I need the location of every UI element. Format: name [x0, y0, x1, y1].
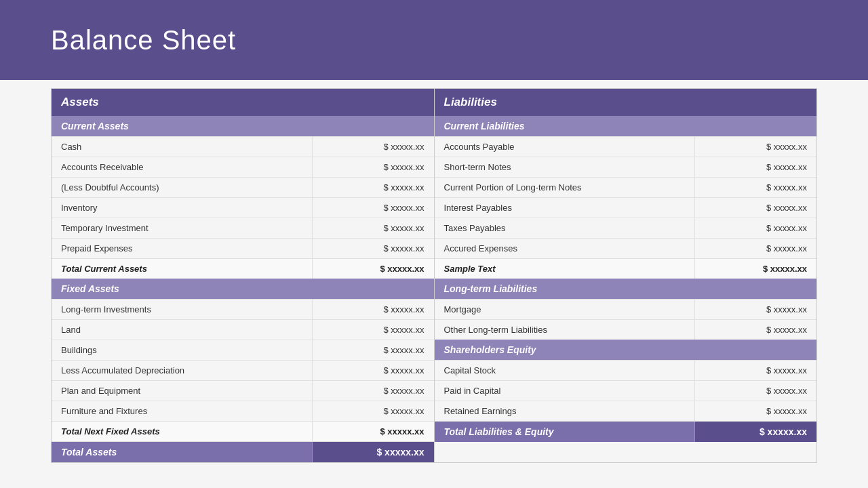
page-title: Balance Sheet [51, 25, 236, 56]
paid-in-capital-row: Paid in Capital $ xxxxx.xx [435, 380, 817, 401]
taxes-payables-label: Taxes Payables [435, 218, 695, 238]
plan-equipment-label: Plan and Equipment [52, 381, 312, 401]
liabilities-panel: Liabilities Current Liabilities Accounts… [435, 88, 818, 463]
cash-label: Cash [52, 137, 312, 157]
temporary-investment-value: $ xxxxx.xx [312, 218, 434, 238]
total-assets-label: Total Assets [52, 442, 312, 462]
plan-equipment-value: $ xxxxx.xx [312, 381, 434, 401]
cash-row: Cash $ xxxxx.xx [52, 136, 434, 157]
assets-panel: Assets Current Assets Cash $ xxxxx.xx Ac… [51, 88, 435, 463]
other-long-term-value: $ xxxxx.xx [694, 320, 816, 340]
current-liabilities-section-header: Current Liabilities [435, 116, 817, 136]
shareholders-equity-section-header: Shareholders Equity [435, 340, 817, 360]
interest-payables-row: Interest Payables $ xxxxx.xx [435, 197, 817, 218]
total-assets-value: $ xxxxx.xx [312, 442, 434, 462]
liabilities-panel-header: Liabilities [435, 89, 817, 116]
inventory-value: $ xxxxx.xx [312, 198, 434, 218]
less-doubtful-value: $ xxxxx.xx [312, 178, 434, 197]
mortgage-value: $ xxxxx.xx [694, 300, 816, 319]
retained-earnings-label: Retained Earnings [435, 401, 695, 421]
total-current-assets-value: $ xxxxx.xx [312, 259, 434, 279]
taxes-payables-row: Taxes Payables $ xxxxx.xx [435, 218, 817, 238]
long-term-investments-value: $ xxxxx.xx [312, 300, 434, 319]
current-assets-section-header: Current Assets [52, 116, 434, 136]
accounts-payable-label: Accounts Payable [435, 137, 695, 157]
current-portion-row: Current Portion of Long-term Notes $ xxx… [435, 177, 817, 197]
accounts-payable-value: $ xxxxx.xx [694, 137, 816, 157]
accured-expenses-label: Accured Expenses [435, 239, 695, 258]
accounts-receivable-value: $ xxxxx.xx [312, 157, 434, 177]
inventory-row: Inventory $ xxxxx.xx [52, 197, 434, 218]
total-liabilities-equity-value: $ xxxxx.xx [694, 422, 816, 442]
buildings-label: Buildings [52, 340, 312, 360]
less-accumulated-row: Less Accumulated Depreciation $ xxxxx.xx [52, 360, 434, 380]
prepaid-expenses-row: Prepaid Expenses $ xxxxx.xx [52, 238, 434, 258]
long-term-investments-row: Long-term Investments $ xxxxx.xx [52, 299, 434, 319]
sample-text-label: Sample Text [435, 259, 695, 279]
fixed-assets-section-header: Fixed Assets [52, 279, 434, 299]
total-current-assets-label: Total Current Assets [52, 259, 312, 279]
accured-expenses-value: $ xxxxx.xx [694, 239, 816, 258]
total-liabilities-equity-label: Total Liabilities & Equity [435, 422, 695, 442]
total-current-assets-row: Total Current Assets $ xxxxx.xx [52, 258, 434, 279]
long-term-investments-label: Long-term Investments [52, 300, 312, 319]
less-accumulated-label: Less Accumulated Depreciation [52, 361, 312, 380]
short-term-notes-row: Short-term Notes $ xxxxx.xx [435, 157, 817, 177]
short-term-notes-label: Short-term Notes [435, 157, 695, 177]
buildings-value: $ xxxxx.xx [312, 340, 434, 360]
less-doubtful-label: (Less Doubtful Accounts) [52, 178, 312, 197]
current-portion-label: Current Portion of Long-term Notes [435, 178, 695, 197]
accounts-payable-row: Accounts Payable $ xxxxx.xx [435, 136, 817, 157]
temporary-investment-label: Temporary Investment [52, 218, 312, 238]
land-value: $ xxxxx.xx [312, 320, 434, 340]
content-area: Assets Current Assets Cash $ xxxxx.xx Ac… [0, 80, 868, 471]
other-long-term-label: Other Long-term Liabilities [435, 320, 695, 340]
paid-in-capital-label: Paid in Capital [435, 381, 695, 401]
furniture-fixtures-row: Furniture and Fixtures $ xxxxx.xx [52, 401, 434, 421]
furniture-fixtures-label: Furniture and Fixtures [52, 401, 312, 421]
total-fixed-assets-row: Total Next Fixed Assets $ xxxxx.xx [52, 421, 434, 441]
cash-value: $ xxxxx.xx [312, 137, 434, 157]
less-doubtful-row: (Less Doubtful Accounts) $ xxxxx.xx [52, 177, 434, 197]
sample-text-row: Sample Text $ xxxxx.xx [435, 258, 817, 279]
long-term-liabilities-section-header: Long-term Liabilities [435, 279, 817, 299]
sample-text-value: $ xxxxx.xx [694, 259, 816, 279]
mortgage-label: Mortgage [435, 300, 695, 319]
total-assets-row: Total Assets $ xxxxx.xx [52, 441, 434, 462]
land-label: Land [52, 320, 312, 340]
capital-stock-value: $ xxxxx.xx [694, 361, 816, 380]
land-row: Land $ xxxxx.xx [52, 319, 434, 340]
inventory-label: Inventory [52, 198, 312, 218]
accounts-receivable-label: Accounts Receivable [52, 157, 312, 177]
total-fixed-assets-value: $ xxxxx.xx [312, 422, 434, 441]
capital-stock-row: Capital Stock $ xxxxx.xx [435, 360, 817, 380]
paid-in-capital-value: $ xxxxx.xx [694, 381, 816, 401]
interest-payables-value: $ xxxxx.xx [694, 198, 816, 218]
accounts-receivable-row: Accounts Receivable $ xxxxx.xx [52, 157, 434, 177]
total-fixed-assets-label: Total Next Fixed Assets [52, 422, 312, 441]
current-portion-value: $ xxxxx.xx [694, 178, 816, 197]
prepaid-expenses-value: $ xxxxx.xx [312, 239, 434, 258]
prepaid-expenses-label: Prepaid Expenses [52, 239, 312, 258]
retained-earnings-value: $ xxxxx.xx [694, 401, 816, 421]
total-liabilities-equity-row: Total Liabilities & Equity $ xxxxx.xx [435, 421, 817, 442]
plan-equipment-row: Plan and Equipment $ xxxxx.xx [52, 380, 434, 401]
retained-earnings-row: Retained Earnings $ xxxxx.xx [435, 401, 817, 421]
mortgage-row: Mortgage $ xxxxx.xx [435, 299, 817, 319]
capital-stock-label: Capital Stock [435, 361, 695, 380]
furniture-fixtures-value: $ xxxxx.xx [312, 401, 434, 421]
less-accumulated-value: $ xxxxx.xx [312, 361, 434, 380]
assets-panel-header: Assets [52, 89, 434, 116]
accured-expenses-row: Accured Expenses $ xxxxx.xx [435, 238, 817, 258]
taxes-payables-value: $ xxxxx.xx [694, 218, 816, 238]
short-term-notes-value: $ xxxxx.xx [694, 157, 816, 177]
temporary-investment-row: Temporary Investment $ xxxxx.xx [52, 218, 434, 238]
header: Balance Sheet [0, 0, 868, 80]
buildings-row: Buildings $ xxxxx.xx [52, 340, 434, 360]
interest-payables-label: Interest Payables [435, 198, 695, 218]
other-long-term-row: Other Long-term Liabilities $ xxxxx.xx [435, 319, 817, 340]
